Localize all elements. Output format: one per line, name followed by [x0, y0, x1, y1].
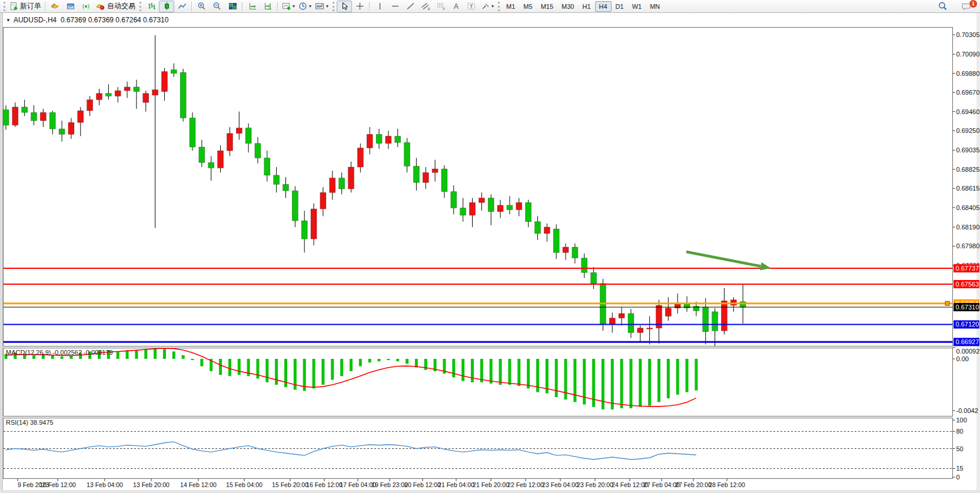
fibonacci-tool-button[interactable]: F: [433, 1, 449, 12]
horizontal-line-icon: [391, 2, 400, 11]
rsi-label: RSI(14) 38.9475: [6, 419, 54, 426]
chart-title-text: AUDUSD-,H4 0.67369 0.67369 0.67264 0.673…: [14, 16, 169, 24]
search-icon: [938, 1, 948, 11]
time-label: 21 Feb 04:00: [438, 481, 474, 488]
svg-text:0.69460: 0.69460: [956, 108, 980, 115]
timeframe-button-H1[interactable]: H1: [578, 1, 594, 12]
timeframe-button-M5[interactable]: M5: [519, 1, 536, 12]
svg-text:0.67120: 0.67120: [956, 321, 979, 328]
auto-scroll-button[interactable]: [245, 1, 260, 12]
svg-text:0.68825: 0.68825: [956, 166, 980, 173]
timeframe-button-D1[interactable]: D1: [612, 1, 628, 12]
svg-text:0.67310: 0.67310: [956, 304, 979, 311]
separator: [191, 2, 192, 11]
zoom-out-icon: [212, 2, 222, 11]
template-icon: [315, 2, 325, 11]
time-label: 23 Feb 04:00: [542, 481, 579, 488]
label-tool-label: T: [470, 4, 473, 9]
zoom-in-icon: [197, 2, 207, 11]
chart-canvas[interactable]: 0.703050.700900.698800.696700.694600.692…: [0, 0, 980, 493]
templates-button[interactable]: ▾: [313, 1, 330, 12]
svg-text:0.69670: 0.69670: [956, 89, 980, 96]
new-order-button[interactable]: 新订单: [8, 1, 43, 12]
time-label: 16 Feb 12:00: [306, 481, 343, 488]
arrows-tool-button[interactable]: ▾: [479, 1, 496, 12]
new-order-label: 新订单: [20, 1, 41, 11]
gold-box-icon: [51, 2, 60, 11]
add-indicator-button[interactable]: ▾: [280, 1, 297, 12]
toolbar-grip[interactable]: [333, 2, 334, 11]
text-tool-button[interactable]: A: [449, 1, 464, 12]
line-chart-icon: [178, 2, 187, 11]
macd-label: MACD(12,26,9) -0.002562 -0.003179: [6, 349, 113, 356]
timeframe-button-M15[interactable]: M15: [537, 1, 557, 12]
line-chart-mode-button[interactable]: [174, 1, 190, 12]
toolbar-right: 1: [935, 1, 974, 12]
auto-trading-button[interactable]: 自动交易: [94, 1, 137, 12]
equidistant-channel-icon: E: [421, 2, 430, 11]
broadcast-icon: [81, 2, 91, 11]
trendline-icon: [406, 2, 415, 11]
auto-trading-label: 自动交易: [107, 1, 135, 11]
clock-icon: [298, 2, 308, 11]
time-label: 15 Feb 20:00: [272, 481, 308, 488]
text-tool-icon: A: [452, 2, 460, 11]
timeframe-button-MN[interactable]: MN: [646, 1, 664, 12]
svg-text:0.69035: 0.69035: [956, 146, 980, 154]
separator: [369, 2, 370, 11]
tile-windows-icon: [228, 2, 237, 11]
chart-shift-button[interactable]: [260, 1, 275, 12]
vertical-line-icon: [376, 2, 384, 11]
toolbar-grip[interactable]: [139, 2, 141, 11]
svg-text:-0.0042: -0.0042: [956, 407, 978, 414]
toolbar-grip[interactable]: [4, 2, 5, 11]
svg-text:0.000925: 0.000925: [956, 348, 980, 355]
separator: [242, 2, 243, 11]
time-label: 23 Feb 20:00: [577, 481, 613, 488]
channel-sub-label: E: [428, 7, 430, 11]
mt4-window: 新订单: [0, 0, 980, 493]
time-label: 24 Feb 12:00: [612, 481, 648, 488]
line-selection-handle[interactable]: [945, 301, 949, 305]
timeframe-button-M30[interactable]: M30: [557, 1, 578, 12]
time-label: 22 Feb 12:00: [507, 481, 544, 488]
dropdown-caret-icon: ▾: [491, 4, 494, 9]
bar-chart-mode-button[interactable]: [144, 1, 159, 12]
timeframe-button-M1[interactable]: M1: [502, 1, 519, 12]
time-label: 17 Feb 04:00: [340, 481, 376, 488]
search-button[interactable]: [935, 1, 951, 12]
time-label: 15 Feb 04:00: [226, 481, 263, 488]
separator: [45, 2, 46, 11]
time-label: 14 Feb 12:00: [180, 481, 217, 488]
market-watch-button[interactable]: [48, 1, 63, 12]
arrows-tool-icon: [481, 2, 490, 11]
crosshair-tool-button[interactable]: [352, 1, 367, 12]
tile-windows-button[interactable]: [225, 1, 240, 12]
profiles-button[interactable]: [63, 1, 78, 12]
label-tool-button[interactable]: T: [464, 1, 479, 12]
svg-text:0.70090: 0.70090: [956, 51, 980, 58]
notifications-button[interactable]: 1: [959, 1, 974, 12]
trendline-tool-button[interactable]: [403, 1, 418, 12]
svg-text:0.68405: 0.68405: [956, 204, 980, 211]
zoom-out-button[interactable]: [210, 1, 225, 12]
dropdown-caret-icon: ▾: [309, 4, 311, 9]
zoom-in-button[interactable]: [194, 1, 210, 12]
timeframe-button-H4[interactable]: H4: [595, 1, 612, 12]
separator: [277, 2, 278, 11]
auto-scroll-icon: [248, 2, 257, 11]
timeframe-button-W1[interactable]: W1: [628, 1, 646, 12]
svg-text:0.67563: 0.67563: [956, 281, 979, 288]
chart-title[interactable]: ▼ AUDUSD-,H4 0.67369 0.67369 0.67264 0.6…: [6, 16, 168, 24]
cursor-tool-button[interactable]: [337, 1, 352, 12]
symbol-dropdown-caret-icon[interactable]: ▼: [6, 18, 11, 23]
toolbar-grip[interactable]: [498, 2, 500, 11]
equidistant-channel-tool-button[interactable]: E: [418, 1, 433, 12]
vertical-line-tool-button[interactable]: [372, 1, 387, 12]
svg-text:80: 80: [956, 428, 964, 435]
horizontal-line-tool-button[interactable]: [387, 1, 403, 12]
periods-button[interactable]: ▾: [297, 1, 313, 12]
time-label: 27 Feb 04:00: [643, 481, 680, 488]
candle-chart-mode-button[interactable]: [159, 1, 174, 12]
broadcast-button[interactable]: [78, 1, 94, 12]
